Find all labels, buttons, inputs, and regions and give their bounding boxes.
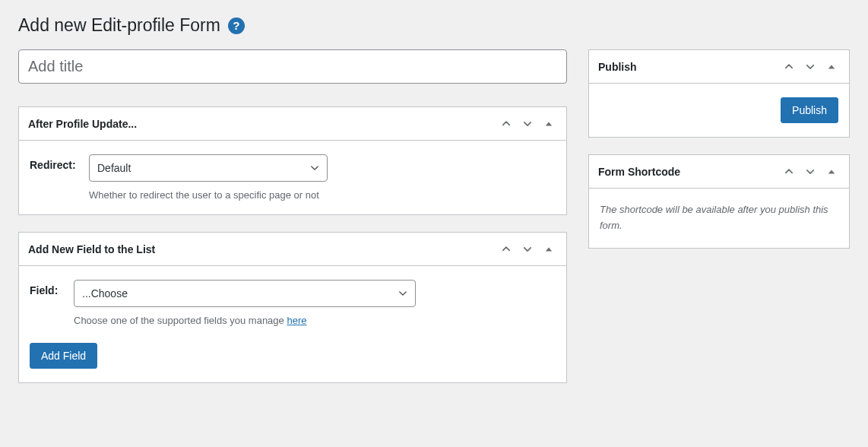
publish-box: Publish Publish <box>588 49 850 138</box>
redirect-select[interactable]: Default <box>89 154 328 182</box>
toggle-panel-icon[interactable] <box>823 163 840 180</box>
move-up-icon[interactable] <box>781 163 797 180</box>
move-down-icon[interactable] <box>519 241 536 258</box>
move-down-icon[interactable] <box>519 116 536 132</box>
field-description: Choose one of the supported fields you m… <box>74 315 416 326</box>
redirect-description: Whether to redirect the user to a specif… <box>89 189 328 201</box>
page-title: Add new Edit-profile Form <box>18 15 220 36</box>
after-profile-update-box: After Profile Update... Redirect: <box>18 106 567 215</box>
manage-fields-link[interactable]: here <box>287 315 306 326</box>
move-down-icon[interactable] <box>802 59 819 75</box>
help-icon[interactable]: ? <box>228 17 245 34</box>
publish-button[interactable]: Publish <box>781 97 838 123</box>
shortcode-note: The shortcode will be available after yo… <box>600 202 838 234</box>
toggle-panel-icon[interactable] <box>540 116 557 132</box>
field-select-value: ...Choose <box>82 287 128 300</box>
move-up-icon[interactable] <box>498 241 515 258</box>
add-field-button[interactable]: Add Field <box>30 343 97 369</box>
title-input[interactable] <box>18 49 567 84</box>
field-label: Field: <box>30 280 66 296</box>
toggle-panel-icon[interactable] <box>823 59 840 75</box>
box-title-after-update: After Profile Update... <box>28 118 137 130</box>
move-up-icon[interactable] <box>781 59 797 75</box>
box-title-add-field: Add New Field to the List <box>28 243 155 255</box>
box-title-publish: Publish <box>598 61 637 73</box>
redirect-label: Redirect: <box>30 154 81 171</box>
form-shortcode-box: Form Shortcode The shortcode will be ava… <box>588 154 850 249</box>
move-up-icon[interactable] <box>498 116 515 132</box>
add-new-field-box: Add New Field to the List Field: <box>18 232 567 383</box>
redirect-select-value: Default <box>97 162 131 174</box>
toggle-panel-icon[interactable] <box>540 241 557 258</box>
box-title-shortcode: Form Shortcode <box>598 166 680 178</box>
move-down-icon[interactable] <box>802 163 819 180</box>
field-select[interactable]: ...Choose <box>74 280 416 307</box>
